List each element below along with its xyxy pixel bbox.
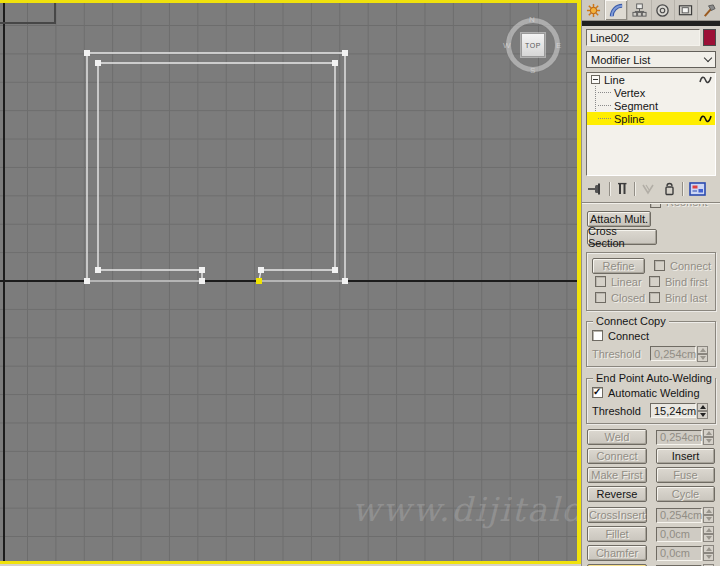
object-color-swatch[interactable]	[703, 29, 716, 46]
modify-icon	[609, 3, 624, 18]
vertex-marker[interactable]	[332, 267, 338, 273]
make-unique-icon[interactable]	[641, 182, 657, 196]
spinner[interactable]	[697, 346, 708, 362]
pin-stack-icon[interactable]	[587, 182, 603, 196]
insert-button[interactable]: Insert	[656, 448, 715, 464]
collapse-icon[interactable]	[591, 75, 600, 84]
vertex-marker[interactable]	[84, 50, 90, 56]
vertex-marker[interactable]	[332, 60, 338, 66]
fuse-button[interactable]: Fuse	[656, 467, 715, 483]
cross-insert-button[interactable]: CrossInsert	[587, 507, 647, 523]
viewcube-west-label: W	[503, 41, 511, 50]
tab-utilities[interactable]	[697, 0, 720, 20]
viewcube-east-label: E	[556, 41, 561, 50]
chamfer-field[interactable]: 0,0cm	[656, 546, 702, 561]
spinner[interactable]	[703, 526, 714, 542]
bind-last-checkbox[interactable]	[649, 292, 660, 303]
reverse-button[interactable]: Reverse	[587, 486, 647, 502]
first-vertex-marker[interactable]	[256, 278, 262, 284]
modifier-stack[interactable]: Line Vertex Segment Spline	[586, 72, 716, 176]
vertex-marker[interactable]	[84, 278, 90, 284]
panel-divider-strip	[582, 21, 720, 26]
remove-modifier-icon[interactable]	[663, 182, 676, 196]
watermark-text: www.dijitalde	[352, 490, 581, 529]
threshold-label: Threshold	[592, 405, 650, 417]
tab-create[interactable]	[582, 0, 604, 20]
vertex-marker[interactable]	[95, 60, 101, 66]
linear-checkbox[interactable]	[595, 276, 606, 287]
weld-value-field[interactable]: 0,254cm	[656, 430, 702, 445]
command-panel-tabs	[582, 0, 720, 21]
weld-threshold-field[interactable]: 15,24cm	[650, 403, 696, 418]
tree-stub	[598, 118, 611, 119]
connect-copy-group: Connect Copy Connect Threshold 0,254cm	[586, 321, 716, 367]
stack-item-label: Segment	[614, 100, 658, 112]
spline-wave-icon	[699, 75, 712, 84]
command-panel: Line002 Modifier List Line Vertex	[581, 0, 720, 566]
refine-button[interactable]: Refine	[592, 258, 645, 274]
reorient-label: Reorient	[666, 204, 708, 208]
object-name-input[interactable]: Line002	[586, 29, 700, 46]
configure-modifier-sets-icon[interactable]	[689, 182, 706, 196]
tab-display[interactable]	[674, 0, 697, 20]
cross-insert-field[interactable]: 0,254cm	[656, 508, 702, 523]
connect-copy-label: Connect	[608, 330, 649, 342]
chamfer-button[interactable]: Chamfer	[587, 545, 647, 561]
spinner[interactable]	[703, 507, 714, 523]
vertex-marker[interactable]	[258, 267, 264, 273]
show-end-result-icon[interactable]	[616, 182, 628, 196]
spinner[interactable]	[697, 403, 708, 419]
viewcube-south-label: S	[530, 66, 535, 75]
connect-copy-checkbox[interactable]	[592, 330, 603, 341]
active-viewport-border	[0, 0, 581, 3]
clipped-row: Reorient	[582, 204, 720, 211]
toolbar-separator	[634, 182, 635, 196]
toolbar-separator	[682, 182, 683, 196]
tab-hierarchy[interactable]	[627, 0, 650, 20]
weld-button[interactable]: Weld	[587, 429, 647, 445]
connect-checkbox[interactable]	[654, 260, 665, 271]
viewcube[interactable]: N E S W TOP	[505, 17, 561, 73]
closed-checkbox[interactable]	[595, 292, 606, 303]
vertex-marker[interactable]	[342, 50, 348, 56]
spinner[interactable]	[703, 429, 714, 445]
modifier-list-label: Modifier List	[591, 54, 705, 66]
cycle-button[interactable]: Cycle	[656, 486, 715, 502]
cross-section-button[interactable]: Cross Section	[587, 229, 657, 245]
bind-first-checkbox[interactable]	[649, 276, 660, 287]
spline-object[interactable]	[0, 0, 581, 564]
utilities-icon	[701, 3, 716, 18]
chevron-down-icon	[704, 54, 712, 62]
threshold-label: Threshold	[592, 348, 650, 360]
viewcube-north-label: N	[529, 15, 535, 24]
connect-label: Connect	[670, 260, 711, 272]
tree-stub	[598, 105, 611, 106]
vertex-marker[interactable]	[199, 267, 205, 273]
linear-label: Linear	[611, 276, 642, 288]
fillet-field[interactable]: 0,0cm	[656, 527, 702, 542]
connect-button[interactable]: Connect	[587, 448, 647, 464]
toolbar-separator	[609, 182, 610, 196]
tab-modify[interactable]	[604, 0, 627, 20]
viewport-top[interactable]: www.dijitalde N E S W TOP	[0, 0, 581, 564]
fillet-button[interactable]: Fillet	[587, 526, 647, 542]
tab-motion[interactable]	[651, 0, 674, 20]
connect-threshold-field[interactable]: 0,254cm	[650, 346, 696, 361]
viewcube-top-face[interactable]: TOP	[521, 33, 545, 57]
hierarchy-icon	[632, 3, 647, 18]
stack-item-label: Vertex	[614, 87, 645, 99]
bind-last-label: Bind last	[665, 292, 711, 304]
make-first-button[interactable]: Make First	[587, 467, 647, 483]
vertex-marker[interactable]	[95, 267, 101, 273]
stack-item-spline-selected[interactable]: Spline	[587, 112, 715, 125]
automatic-welding-checkbox[interactable]	[592, 387, 603, 398]
end-point-auto-welding-group: End Point Auto-Welding Automatic Welding…	[586, 378, 716, 424]
vertex-marker[interactable]	[342, 278, 348, 284]
reorient-checkbox[interactable]	[650, 204, 661, 208]
modifier-list-dropdown[interactable]: Modifier List	[586, 51, 716, 68]
end-point-title: End Point Auto-Welding	[593, 372, 715, 384]
stack-item-vertex[interactable]: Vertex	[587, 86, 715, 99]
spinner[interactable]	[703, 545, 714, 561]
vertex-marker[interactable]	[199, 278, 205, 284]
stack-item-line[interactable]: Line	[587, 73, 715, 86]
